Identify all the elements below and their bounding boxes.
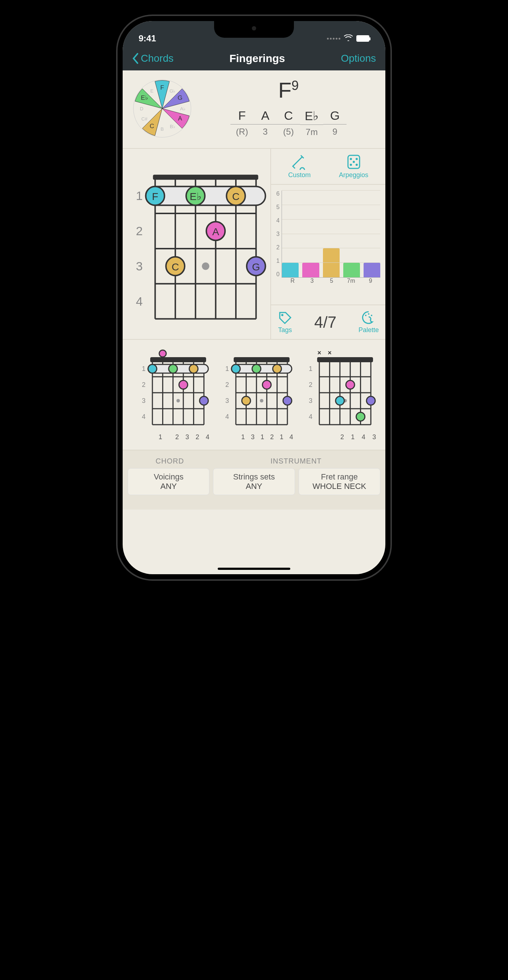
note-wheel[interactable]: FG♭GA♭AB♭BCC#DE♭E [131,78,193,139]
svg-point-74 [189,364,198,373]
chevron-left-icon [132,53,139,64]
svg-text:A: A [212,226,219,237]
cell-signal-icon [327,38,340,40]
filter-button[interactable]: Strings setsANY [213,468,295,495]
svg-text:4: 4 [136,294,143,308]
chord-header: FG♭GA♭AB♭BCC#DE♭E F9 F(R)A3C(5)E♭7mG9 [123,70,385,149]
svg-text:D: D [140,106,144,111]
svg-point-71 [159,350,166,357]
svg-text:×: × [318,349,321,356]
filter-button[interactable]: Fret rangeWHOLE NECK [298,468,380,495]
svg-point-25 [202,262,210,270]
svg-text:G: G [178,94,182,101]
palette-button[interactable]: Palette [359,310,379,334]
fingering-thumbnail[interactable]: 1234××2143 [303,348,379,441]
svg-point-121 [336,396,344,405]
svg-text:B♭: B♭ [170,124,175,129]
svg-point-122 [367,396,375,405]
chart-bar [282,263,298,277]
svg-rect-77 [234,357,290,362]
svg-point-123 [356,412,365,421]
svg-point-72 [148,364,157,373]
arpeggios-button[interactable]: Arpeggios [339,154,368,179]
svg-rect-101 [317,357,373,362]
svg-text:E♭: E♭ [190,191,202,202]
svg-text:C: C [232,191,240,202]
svg-text:1: 1 [142,365,146,372]
svg-point-97 [273,364,282,373]
svg-text:3: 3 [142,397,146,404]
svg-point-95 [232,364,240,373]
svg-text:F: F [160,84,164,91]
svg-text:B: B [161,126,164,132]
tags-button[interactable]: Tags [278,310,292,334]
custom-button[interactable]: Custom [288,154,311,179]
svg-text:4: 4 [225,413,229,420]
svg-point-52 [371,315,372,316]
chart-bar [302,263,319,277]
filter-button[interactable]: VoicingsANY [128,468,210,495]
fingering-thumbnails[interactable]: 12341232412341312141234××2143 [123,340,385,450]
svg-point-120 [346,380,354,389]
tools-icon [291,154,307,170]
svg-text:1: 1 [136,189,143,202]
svg-point-49 [281,314,283,316]
note-count-chart: 6543210 R357m9 [271,185,385,305]
svg-point-45 [356,158,358,160]
svg-text:2: 2 [142,381,146,388]
svg-rect-53 [150,357,206,362]
svg-text:4: 4 [142,413,146,420]
svg-point-96 [252,364,261,373]
svg-point-46 [350,164,352,166]
chord-notes-table: F(R)A3C(5)E♭7mG9 [200,108,377,137]
svg-text:3: 3 [136,259,143,273]
svg-text:F: F [152,191,158,202]
svg-point-89 [260,399,264,402]
svg-text:3: 3 [309,397,313,404]
main-fretboard[interactable]: 1234FE♭CACG [123,149,270,339]
chart-bar [364,263,380,277]
svg-point-100 [283,396,292,405]
wifi-icon [344,34,353,43]
svg-point-76 [200,396,208,405]
home-indicator[interactable] [218,568,290,570]
svg-text:1: 1 [309,365,313,372]
svg-text:2: 2 [136,224,143,238]
svg-text:G: G [252,261,260,273]
svg-text:2: 2 [225,381,229,388]
svg-text:A: A [178,115,182,122]
position-indicator[interactable]: 4/7 [314,313,337,331]
svg-text:C: C [150,123,154,130]
status-time: 9:41 [139,33,156,43]
svg-point-44 [350,158,352,160]
chart-bar [323,248,340,277]
svg-text:C#: C# [141,116,148,122]
options-button[interactable]: Options [341,52,376,64]
svg-point-50 [365,315,367,316]
svg-point-98 [262,380,271,389]
fingering-thumbnail[interactable]: 123412324 [137,348,213,441]
svg-text:E♭: E♭ [141,94,148,101]
svg-text:A♭: A♭ [180,106,186,111]
svg-text:C: C [171,261,179,273]
svg-text:3: 3 [225,397,229,404]
svg-text:2: 2 [309,381,313,388]
tag-icon [278,310,292,325]
fretboard-icon [346,154,362,170]
chart-bar [343,263,360,277]
navbar: Chords Fingerings Options [123,46,385,70]
chord-name: F9 [200,78,377,103]
svg-text:4: 4 [309,413,313,420]
svg-point-75 [179,380,187,389]
battery-icon [356,35,369,42]
svg-point-48 [353,161,355,163]
svg-point-65 [176,399,180,402]
fingering-thumbnail[interactable]: 1234131214 [220,348,296,441]
svg-text:×: × [328,349,332,356]
back-button[interactable]: Chords [132,52,173,64]
page-title: Fingerings [229,52,285,65]
filter-header-instrument: INSTRUMENT [212,457,380,465]
svg-text:G♭: G♭ [170,88,175,94]
svg-point-47 [356,164,358,166]
filter-bar: CHORD INSTRUMENT VoicingsANYStrings sets… [123,450,385,510]
